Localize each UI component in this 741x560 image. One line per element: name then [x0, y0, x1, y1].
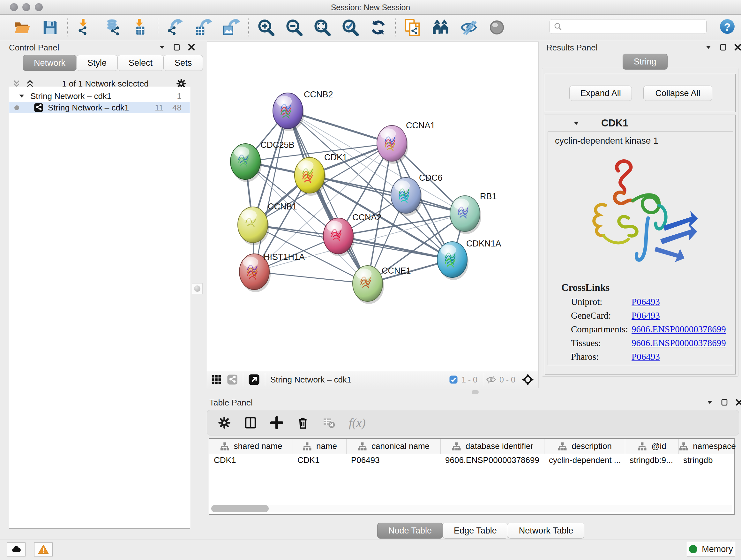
network-status-dot — [14, 105, 19, 110]
table-cell[interactable]: CDK1 — [209, 454, 293, 466]
table-row[interactable]: CDK1CDK1P064939606.ENSP00000378699cyclin… — [209, 454, 734, 466]
network-tree-root-row[interactable]: String Network – cdk1 1 — [9, 90, 190, 102]
table-horizontal-scrollbar[interactable] — [211, 505, 732, 512]
bottom-splitter-grip[interactable] — [472, 390, 479, 394]
import-network-database-button[interactable] — [104, 18, 122, 37]
search-input[interactable] — [549, 19, 706, 34]
panel-menu-icon[interactable] — [704, 44, 712, 51]
import-table-file-button[interactable] — [131, 18, 150, 37]
column-header--id[interactable]: @id — [625, 439, 679, 454]
tab-sets[interactable]: Sets — [163, 55, 203, 71]
panel-close-icon[interactable] — [735, 398, 741, 406]
entry-collapse-icon[interactable] — [572, 119, 580, 127]
crosslink-link[interactable]: P06493 — [631, 297, 660, 307]
first-neighbors-button[interactable] — [431, 18, 450, 37]
network-canvas[interactable]: CCNB2CCNA1CDC25BCDK1CDC6RB1CCNB1CCNA2CDK… — [207, 42, 539, 371]
node-CDC25B[interactable] — [230, 144, 262, 182]
show-columns-icon[interactable] — [244, 416, 257, 429]
crosslink-link[interactable]: P06493 — [631, 310, 660, 321]
node-CDK1[interactable] — [294, 158, 326, 196]
column-header-name[interactable]: name — [293, 439, 347, 454]
table-cell[interactable]: CDK1 — [293, 454, 347, 466]
column-header-database-identifier[interactable]: database identifier — [441, 439, 544, 454]
column-header-shared-name[interactable]: shared name — [209, 439, 293, 454]
tab-network-table[interactable]: Network Table — [508, 523, 585, 539]
add-column-icon[interactable] — [270, 416, 283, 429]
node-CCNA1[interactable] — [377, 125, 408, 164]
table-cell[interactable]: stringdb:9... — [625, 454, 679, 466]
node-CCNA2[interactable] — [323, 218, 354, 256]
panel-float-icon[interactable] — [173, 44, 181, 51]
tab-string[interactable]: String — [623, 54, 668, 70]
memory-button[interactable]: Memory — [687, 542, 735, 557]
show-graphics-details-button[interactable] — [488, 18, 506, 37]
table-cell[interactable]: cyclin-dependent ... — [544, 454, 625, 466]
scrollbar-thumb[interactable] — [211, 505, 269, 512]
column-header-description[interactable]: description — [544, 439, 625, 454]
crosslink-link[interactable]: 9606.ENSP00000378699 — [631, 338, 726, 348]
panel-close-icon[interactable] — [188, 44, 195, 51]
node-CDKN1A[interactable] — [437, 242, 468, 280]
tab-node-table[interactable]: Node Table — [377, 523, 443, 539]
delete-column-icon[interactable] — [296, 416, 309, 429]
zoom-fit-button[interactable] — [313, 18, 331, 37]
column-header-canonical-name[interactable]: canonical name — [347, 439, 441, 454]
delete-table-icon[interactable] — [323, 416, 335, 429]
zoom-selected-button[interactable] — [341, 18, 359, 37]
edge-CCNE1-HIST1H1A[interactable] — [254, 272, 367, 284]
hide-selected-button[interactable] — [460, 18, 478, 37]
table-options-gear-icon[interactable] — [218, 416, 231, 429]
warnings-button[interactable] — [34, 543, 53, 557]
network-collection-label: String Network – cdk1 — [30, 91, 111, 101]
panel-menu-icon[interactable] — [158, 44, 166, 51]
zoom-out-button[interactable] — [285, 18, 303, 37]
hidden-eye-icon[interactable] — [486, 374, 496, 385]
help-button[interactable] — [719, 18, 735, 35]
clone-network-button[interactable] — [403, 18, 422, 37]
panel-close-icon[interactable] — [734, 44, 741, 51]
node-CCNB1[interactable] — [238, 207, 269, 245]
network-graph[interactable]: CCNB2CCNA1CDC25BCDK1CDC6RB1CCNB1CCNA2CDK… — [207, 42, 538, 371]
export-network-button[interactable] — [166, 18, 185, 37]
node-CDC6[interactable] — [391, 178, 422, 216]
node-CCNE1[interactable] — [353, 266, 384, 304]
expand-all-button[interactable]: Expand All — [569, 85, 632, 101]
tab-edge-table[interactable]: Edge Table — [443, 523, 508, 539]
tab-style[interactable]: Style — [76, 55, 118, 71]
table-cell[interactable]: 9606.ENSP00000378699 — [441, 454, 544, 466]
panel-float-icon[interactable] — [719, 44, 727, 51]
import-network-file-button[interactable] — [75, 18, 94, 37]
detach-view-icon[interactable] — [248, 374, 260, 385]
export-image-button[interactable] — [222, 18, 241, 37]
node-CCNB2[interactable] — [273, 93, 304, 131]
cloud-status-button[interactable] — [7, 543, 25, 557]
window-title: Session: New Session — [0, 3, 741, 12]
zoom-in-button[interactable] — [257, 18, 275, 37]
function-builder-icon[interactable]: f(x) — [349, 416, 366, 430]
node-table: shared namenamecanonical namedatabase id… — [209, 438, 735, 515]
panel-menu-icon[interactable] — [706, 398, 714, 406]
crosslink-row: GeneCard: P06493 — [571, 310, 733, 321]
collapse-all-button[interactable]: Collapse All — [643, 85, 712, 101]
open-session-button[interactable] — [13, 18, 31, 37]
network-tree-child-row[interactable]: String Network – cdk1 11 48 — [9, 102, 190, 113]
table-cell[interactable]: P06493 — [347, 454, 441, 466]
crosslink-link[interactable]: P06493 — [631, 352, 660, 362]
birdseye-icon[interactable] — [522, 374, 534, 386]
tab-select[interactable]: Select — [118, 55, 164, 71]
column-header-namespace[interactable]: namespace — [679, 439, 736, 454]
selected-checkbox-icon[interactable] — [449, 375, 458, 384]
node-entry-header[interactable]: CDK1 — [545, 115, 735, 132]
export-table-button[interactable] — [194, 18, 212, 37]
node-RB1[interactable] — [450, 196, 481, 234]
refresh-view-button[interactable] — [369, 18, 387, 37]
panel-float-icon[interactable] — [721, 398, 728, 406]
grid-view-icon[interactable] — [211, 374, 222, 385]
tab-network[interactable]: Network — [23, 55, 77, 71]
tree-expand-icon[interactable] — [18, 92, 25, 100]
save-session-button[interactable] — [41, 18, 59, 37]
crosslink-link[interactable]: 9606.ENSP00000378699 — [631, 324, 726, 334]
left-splitter-grip[interactable] — [192, 283, 203, 294]
network-view-icon[interactable] — [227, 374, 238, 385]
table-cell[interactable]: stringdb — [679, 454, 736, 466]
